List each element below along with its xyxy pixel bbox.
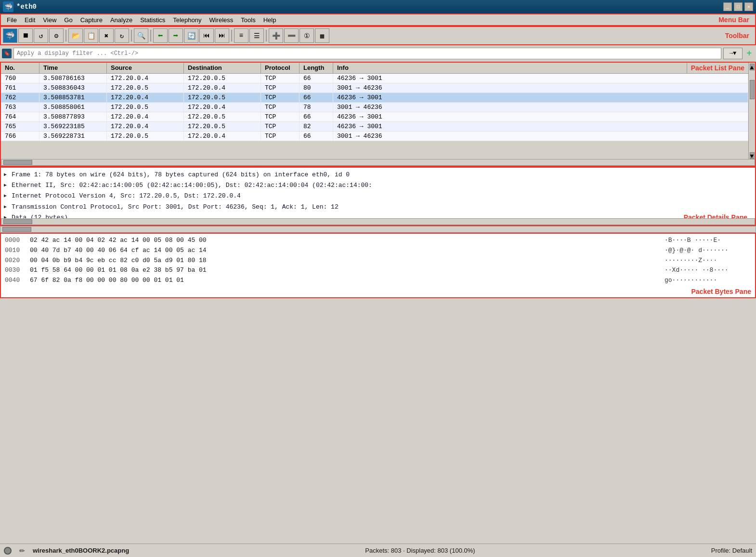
packet-list-vscroll[interactable]: ▲ ▼ — [748, 63, 755, 159]
header-no[interactable]: No. — [1, 63, 39, 73]
toolbar-zoom-out-btn[interactable]: ➖ — [284, 28, 299, 43]
toolbar-restart-btn[interactable]: ↺ — [34, 28, 48, 43]
header-source[interactable]: Source — [107, 63, 184, 73]
bytes-hex: 02 42 ac 14 00 04 02 42 ac 14 00 05 08 0… — [30, 236, 657, 246]
minimize-button[interactable]: _ — [723, 2, 732, 11]
title-bar-controls[interactable]: _ □ ✕ — [723, 2, 753, 11]
vscroll-down-btn[interactable]: ▼ — [750, 152, 755, 159]
close-button[interactable]: ✕ — [744, 2, 753, 11]
header-protocol[interactable]: Protocol — [261, 63, 300, 73]
bytes-ascii: go············ — [665, 276, 751, 286]
packet-list-hscroll[interactable] — [1, 159, 755, 166]
menu-capture[interactable]: Capture — [77, 15, 106, 25]
cell-protocol: TCP — [261, 112, 300, 121]
toolbar-last-btn[interactable]: ⏭ — [215, 28, 229, 43]
toolbar-find-btn[interactable]: 🔍 — [134, 28, 148, 43]
tree-expand-icon[interactable]: ▶ — [4, 204, 12, 211]
menu-analyze[interactable]: Analyze — [106, 15, 136, 25]
toolbar-back-btn[interactable]: ⬅ — [153, 28, 168, 43]
toolbar-sep4 — [231, 30, 232, 41]
status-edit-icon[interactable]: ✏ — [17, 546, 27, 556]
cell-length: 80 — [300, 83, 333, 93]
toolbar-forward-btn[interactable]: ➡ — [169, 28, 183, 43]
table-row[interactable]: 764 3.508877893 172.20.0.4 172.20.0.5 TC… — [1, 112, 748, 122]
filter-apply-btn[interactable]: →▼ — [723, 48, 743, 59]
menu-file[interactable]: File — [3, 15, 21, 25]
list-item[interactable]: ▶ Frame 1: 78 bytes on wire (624 bits), … — [4, 170, 752, 180]
toolbar-first-btn[interactable]: ⏮ — [199, 28, 214, 43]
cell-length: 78 — [300, 103, 333, 112]
filter-input[interactable] — [13, 48, 721, 59]
bytes-hex: 00 40 7d b7 40 00 40 06 64 cf ac 14 00 0… — [30, 246, 657, 256]
cell-protocol: TCP — [261, 74, 300, 83]
table-row[interactable]: 763 3.508858061 172.20.0.5 172.20.0.4 TC… — [1, 103, 748, 112]
cell-source: 172.20.0.4 — [107, 93, 184, 102]
status-profile: Profile: Default — [711, 547, 752, 554]
toolbar-resize-btn[interactable]: ▦ — [315, 28, 329, 43]
toolbar-reload-btn[interactable]: ↻ — [115, 28, 129, 43]
cell-time: 3.508786163 — [39, 74, 107, 83]
list-item[interactable]: ▶ Transmission Control Protocol, Src Por… — [4, 202, 752, 212]
cell-source: 172.20.0.5 — [107, 83, 184, 93]
cell-source: 172.20.0.5 — [107, 132, 184, 141]
cell-no: 762 — [1, 93, 39, 102]
details-hscroll[interactable] — [1, 218, 755, 225]
filter-bookmark-icon[interactable]: 🔖 — [2, 49, 12, 58]
toolbar-sep5 — [266, 30, 267, 41]
toolbar-options-btn[interactable]: ⚙ — [49, 28, 64, 43]
filter-add-btn[interactable]: + — [744, 49, 754, 58]
menu-statistics[interactable]: Statistics — [136, 15, 169, 25]
toolbar-colorize-btn[interactable]: ≡ — [234, 28, 248, 43]
tree-expand-icon[interactable]: ▶ — [4, 172, 12, 178]
toolbar-stop-btn[interactable]: ⏹ — [18, 28, 33, 43]
toolbar-wireshark-btn[interactable]: 🦈 — [3, 28, 17, 43]
menu-view[interactable]: View — [39, 15, 60, 25]
cell-no: 764 — [1, 112, 39, 121]
table-row[interactable]: 765 3.569223185 172.20.0.4 172.20.0.5 TC… — [1, 122, 748, 132]
bytes-ascii: ·········Z···· — [665, 256, 751, 266]
vscroll-thumb[interactable] — [750, 80, 755, 99]
menu-telephony[interactable]: Telephony — [169, 15, 205, 25]
menu-tools[interactable]: Tools — [237, 15, 259, 25]
toolbar-close-btn[interactable]: ✖ — [99, 28, 114, 43]
list-item[interactable]: ▶ Internet Protocol Version 4, Src: 172.… — [4, 191, 752, 201]
bytes-hex: 67 6f 82 0a f8 00 00 00 80 00 00 01 01 0… — [30, 276, 657, 286]
cell-length: 82 — [300, 122, 333, 131]
header-length[interactable]: Length — [300, 63, 333, 73]
menu-edit[interactable]: Edit — [21, 15, 39, 25]
menu-wireless[interactable]: Wireless — [205, 15, 237, 25]
bytes-hex: 00 04 0b b9 b4 9c eb cc 82 c0 d0 5a d9 0… — [30, 256, 657, 266]
table-row[interactable]: 760 3.508786163 172.20.0.4 172.20.0.5 TC… — [1, 74, 748, 83]
toolbar-autoscroll-btn[interactable]: ☰ — [249, 28, 264, 43]
menu-help[interactable]: Help — [260, 15, 280, 25]
cell-time: 3.508877893 — [39, 112, 107, 121]
toolbar-go-btn[interactable]: 🔄 — [184, 28, 198, 43]
packet-list-scroll: No. Time Source Destination Protocol Len… — [1, 63, 748, 159]
details-hscroll-thumb[interactable] — [3, 219, 32, 224]
tree-expand-icon[interactable]: ▶ — [4, 182, 12, 189]
hscroll-thumb[interactable] — [3, 160, 32, 165]
bytes-ascii: ·@}·@·@· d······· — [665, 246, 751, 256]
header-time[interactable]: Time — [39, 63, 107, 73]
header-info[interactable]: Info — [333, 63, 687, 73]
details-bottom-hscroll-thumb[interactable] — [2, 227, 31, 232]
cell-protocol: TCP — [261, 122, 300, 131]
toolbar-save-btn[interactable]: 📋 — [84, 28, 98, 43]
list-item[interactable]: ▶ Ethernet II, Src: 02:42:ac:14:00:05 (0… — [4, 180, 752, 191]
cell-no: 766 — [1, 132, 39, 141]
details-bottom-hscroll[interactable] — [0, 226, 756, 233]
table-row[interactable]: 761 3.508836043 172.20.0.5 172.20.0.4 TC… — [1, 83, 748, 93]
header-destination[interactable]: Destination — [184, 63, 261, 73]
toolbar-zoom-in-btn[interactable]: ➕ — [269, 28, 283, 43]
toolbar-zoom-normal-btn[interactable]: ① — [300, 28, 314, 43]
tree-expand-icon[interactable]: ▶ — [4, 193, 12, 199]
vscroll-up-btn[interactable]: ▲ — [750, 64, 755, 70]
toolbar: 🦈 ⏹ ↺ ⚙ 📂 📋 ✖ ↻ 🔍 ⬅ ➡ 🔄 ⏮ ⏭ ≡ ☰ ➕ ➖ ① ▦ … — [0, 26, 756, 45]
menu-go[interactable]: Go — [60, 15, 76, 25]
table-row[interactable]: 762 3.508853781 172.20.0.4 172.20.0.5 TC… — [1, 93, 748, 103]
table-row[interactable]: 766 3.569228731 172.20.0.5 172.20.0.4 TC… — [1, 132, 748, 141]
toolbar-open-btn[interactable]: 📂 — [68, 28, 83, 43]
cell-no: 760 — [1, 74, 39, 83]
window-title: *eth0 — [16, 3, 37, 11]
maximize-button[interactable]: □ — [734, 2, 743, 11]
